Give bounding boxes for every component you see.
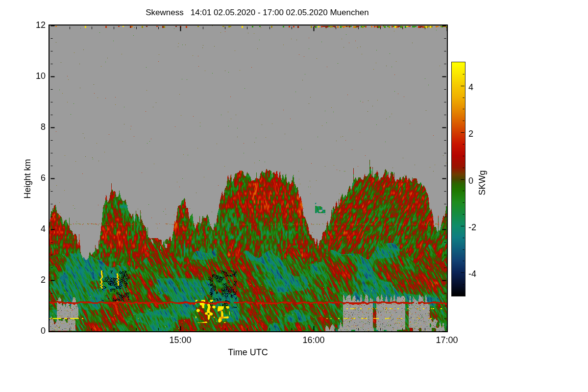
heatmap-canvas xyxy=(0,0,588,392)
colorbar-tick-label: 0 xyxy=(468,176,492,186)
y-tick-label: 2 xyxy=(19,275,46,285)
y-tick-label: 6 xyxy=(19,173,46,183)
colorbar-tick-label: 2 xyxy=(468,129,492,139)
colorbar-tick-label: -2 xyxy=(468,222,492,232)
colorbar-tick-label: -4 xyxy=(468,269,492,279)
y-tick-label: 4 xyxy=(19,224,46,234)
x-tick-label: 15:00 xyxy=(158,335,202,345)
chart-title: Skewness 14:01 02.05.2020 - 17:00 02.05.… xyxy=(0,8,514,18)
x-tick-label: 16:00 xyxy=(292,335,336,345)
x-axis-title: Time UTC xyxy=(199,347,297,357)
y-tick-label: 10 xyxy=(19,71,46,81)
x-tick-label: 17:00 xyxy=(425,335,469,345)
y-tick-label: 8 xyxy=(19,122,46,132)
colorbar-tick-label: 4 xyxy=(468,82,492,92)
y-tick-label: 0 xyxy=(19,326,46,336)
y-tick-label: 12 xyxy=(19,20,46,30)
skewness-time-height-chart: Skewness 14:01 02.05.2020 - 17:00 02.05.… xyxy=(0,0,588,392)
